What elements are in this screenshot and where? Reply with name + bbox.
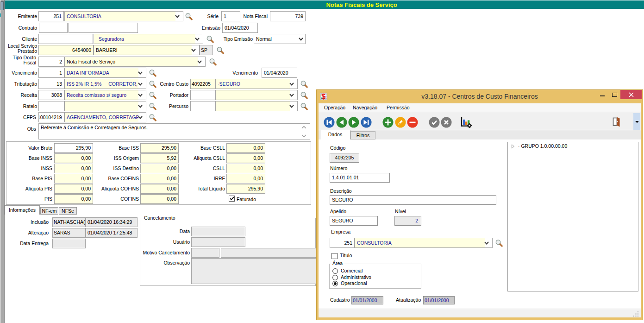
svg-text:$: $ bbox=[321, 93, 325, 100]
